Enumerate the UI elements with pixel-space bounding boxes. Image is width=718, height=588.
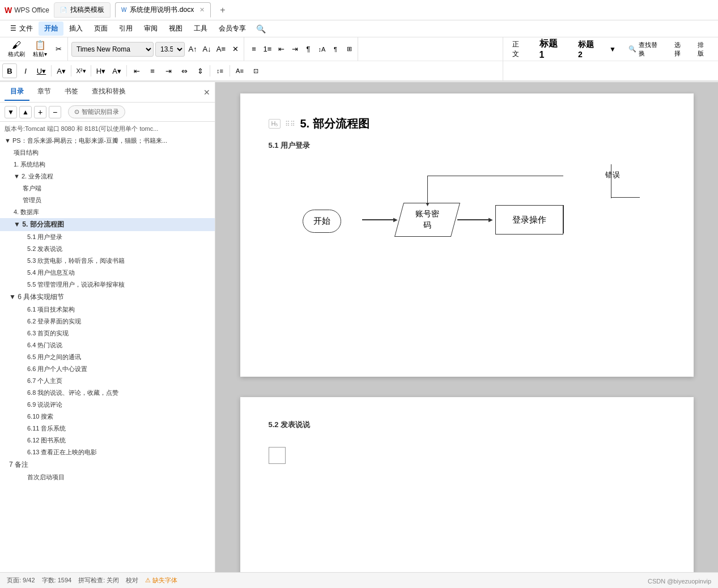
font-color-button[interactable]: A▾ xyxy=(54,63,69,78)
text-underline-color-button[interactable]: A▾ xyxy=(109,63,124,78)
toc-collapse-button[interactable]: ▲ xyxy=(19,106,32,118)
tab-chapters[interactable]: 章节 xyxy=(32,83,57,101)
list-item[interactable]: 6.4 热门说说 xyxy=(0,339,215,351)
document-area[interactable]: H₅ ⠿⠿ 5. 部分流程图 5.1 用户登录 错误 开始 xyxy=(215,82,718,572)
list-item[interactable]: 6.12 图书系统 xyxy=(0,434,215,446)
menu-view[interactable]: 视图 xyxy=(163,22,188,36)
list-item[interactable]: 6.8 我的说说、评论，收藏，点赞 xyxy=(0,387,215,399)
list-item[interactable]: 1. 系统结构 xyxy=(0,159,215,171)
font-increase-button[interactable]: A↑ xyxy=(186,43,199,56)
list-item[interactable]: ▼ 2. 业务流程 xyxy=(0,171,215,182)
list-item[interactable]: 5.3 欣赏电影，聆听音乐，阅读书籍 xyxy=(0,255,215,267)
align-left-button[interactable]: ⇤ xyxy=(129,63,144,78)
highlight-button[interactable]: H▾ xyxy=(94,63,108,78)
style-h1[interactable]: 标题 1 xyxy=(535,36,570,62)
doc-page-2: 5.2 发表说说 开始 ▶ 发表说说 ▶ xyxy=(240,397,694,572)
proofread-button[interactable]: 校对 xyxy=(126,576,138,585)
select-button[interactable]: 选择 xyxy=(671,39,690,59)
tab-find-replace[interactable]: 查找和替换 xyxy=(86,83,131,101)
ordered-list-button[interactable]: 1≡ xyxy=(261,43,274,56)
paragraph-button[interactable]: ¶ xyxy=(302,43,315,56)
toc-remove-button[interactable]: − xyxy=(49,106,61,118)
list-item[interactable]: 版本号:Tomcat 端口 8080 和 8181(可以使用单个 tomc... xyxy=(0,123,215,135)
toc-add-button[interactable]: + xyxy=(34,106,46,118)
list-item[interactable]: 管理员 xyxy=(0,194,215,206)
list-item[interactable]: 项目结构 xyxy=(0,147,215,159)
font-missing-warning[interactable]: ⚠ 缺失字体 xyxy=(145,576,177,585)
unordered-list-button[interactable]: ≡ xyxy=(248,43,260,56)
list-item[interactable]: 6.11 音乐系统 xyxy=(0,423,215,434)
list-item[interactable]: 5.5 管理管理用户，说说和举报审核 xyxy=(0,279,215,291)
superscript-button[interactable]: X²▾ xyxy=(74,63,88,78)
list-item[interactable]: 5.1 用户登录 xyxy=(0,231,215,243)
style-normal[interactable]: 正文 xyxy=(508,38,530,61)
bold-button[interactable]: B xyxy=(2,63,17,78)
table-button[interactable]: ⊞ xyxy=(343,43,355,56)
text-style-button[interactable]: A≡ xyxy=(215,43,227,56)
menu-reference[interactable]: 引用 xyxy=(113,22,138,36)
layout-button[interactable]: 排版 xyxy=(694,39,713,59)
spell-check[interactable]: 拼写检查: 关闭 xyxy=(78,576,119,585)
cut-button[interactable]: ✂ xyxy=(52,42,65,56)
format-style-button[interactable]: 🖌 格式刷 xyxy=(5,37,28,61)
tab-bookmarks[interactable]: 书签 xyxy=(59,83,84,101)
style-h2[interactable]: 标题 2 xyxy=(573,38,605,61)
menu-home[interactable]: 开始 xyxy=(39,22,63,36)
indent-decrease-button[interactable]: ⇤ xyxy=(275,43,287,56)
text-effect-button[interactable]: A≡ xyxy=(232,63,247,78)
list-item[interactable]: 6.7 个人主页 xyxy=(0,375,215,387)
tab-toc[interactable]: 目录 xyxy=(5,83,29,101)
paste-button[interactable]: 📋 粘贴▾ xyxy=(29,37,50,61)
align-center-button[interactable]: ≡ xyxy=(145,63,160,78)
indent-increase-button[interactable]: ⇥ xyxy=(288,43,301,56)
tab-templates[interactable]: 📄 找稿类模板 xyxy=(54,2,111,18)
menu-page[interactable]: 页面 xyxy=(88,22,113,36)
list-item[interactable]: 5.4 用户信息互动 xyxy=(0,267,215,279)
font-name-select[interactable]: Times New Roma xyxy=(71,42,154,57)
search-icon[interactable]: 🔍 xyxy=(256,24,266,33)
ai-icon: ⊙ xyxy=(74,108,79,116)
list-item[interactable]: 4. 数据库 xyxy=(0,206,215,218)
sidebar-close-button[interactable]: ✕ xyxy=(203,88,210,97)
menu-insert[interactable]: 插入 xyxy=(63,22,88,36)
list-item[interactable]: 6.9 说说评论 xyxy=(0,399,215,411)
font-decrease-button[interactable]: A↓ xyxy=(201,43,213,56)
list-item[interactable]: 6.3 首页的实现 xyxy=(0,327,215,339)
tab-add-button[interactable]: + xyxy=(215,3,230,18)
font-size-select[interactable]: 13.5 xyxy=(155,42,185,57)
list-item[interactable]: 6.10 搜索 xyxy=(0,411,215,423)
menu-review[interactable]: 审阅 xyxy=(138,22,163,36)
tab-close-icon[interactable]: ✕ xyxy=(199,6,205,14)
list-item[interactable]: 6.13 查看正在上映的电影 xyxy=(0,446,215,458)
clear-format-button[interactable]: ✕ xyxy=(229,43,241,56)
list-item[interactable]: ▼ 6 具体实现细节 xyxy=(0,291,215,304)
italic-button[interactable]: I xyxy=(18,63,33,78)
toc-expand-button[interactable]: ▼ xyxy=(5,106,17,118)
border-button[interactable]: ⊡ xyxy=(248,63,263,78)
menu-tools[interactable]: 工具 xyxy=(188,22,213,36)
sort-button[interactable]: ↕A xyxy=(316,43,328,56)
list-item[interactable]: 5.2 发表说说 xyxy=(0,243,215,255)
ai-recognize-button[interactable]: ⊙ 智能识别目录 xyxy=(68,105,125,118)
list-item[interactable]: 6.5 用户之间的通讯 xyxy=(0,351,215,363)
justify-button[interactable]: ⇔ xyxy=(177,63,192,78)
list-item[interactable]: 6.6 用户个人中心设置 xyxy=(0,363,215,375)
list-item[interactable]: ▼ PS：音乐来源-网易云；电影来源-豆瓣，猫眼；书籍来... xyxy=(0,135,215,147)
list-item[interactable]: 首次启动项目 xyxy=(0,471,215,483)
wps-logo[interactable]: W WPS Office xyxy=(5,6,49,15)
list-item[interactable]: 客户端 xyxy=(0,182,215,194)
line-spacing-button[interactable]: ↕≡ xyxy=(213,63,227,78)
list-item[interactable]: ▼ 5. 部分流程图 xyxy=(0,218,215,231)
show-hide-button[interactable]: ¶ xyxy=(329,43,342,56)
list-item[interactable]: 6.2 登录界面的实现 xyxy=(0,316,215,327)
tab-document[interactable]: W 系统使用说明书.docx ✕ xyxy=(115,2,211,18)
align-right-button[interactable]: ⇥ xyxy=(161,63,176,78)
style-dropdown-icon[interactable]: ▼ xyxy=(609,45,616,53)
list-item[interactable]: 7 备注 xyxy=(0,458,215,471)
underline-button[interactable]: U▾ xyxy=(34,63,49,78)
list-item[interactable]: 6.1 项目技术架构 xyxy=(0,304,215,316)
distribute-button[interactable]: ⇕ xyxy=(193,63,207,78)
find-replace-button[interactable]: 🔍 查找替换 xyxy=(625,39,666,59)
menu-file[interactable]: ☰ 文件 xyxy=(5,22,39,36)
menu-vip[interactable]: 会员专享 xyxy=(213,22,252,36)
